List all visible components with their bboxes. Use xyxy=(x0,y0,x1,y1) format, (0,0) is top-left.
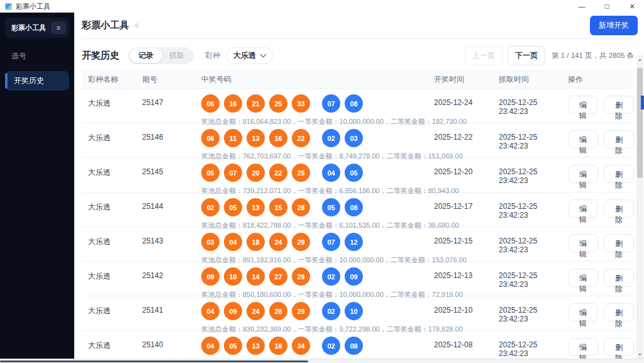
edit-button[interactable]: 编辑 xyxy=(568,165,598,183)
front-ball: 24 xyxy=(269,233,287,251)
delete-button[interactable]: 删除 xyxy=(604,96,634,114)
col-fetch-time: 抓取时间 xyxy=(499,74,568,85)
winning-numbers: 06162125330708 xyxy=(201,94,434,113)
col-issue: 期号 xyxy=(142,74,201,85)
front-ball: 33 xyxy=(292,94,310,113)
delete-button[interactable]: 删除 xyxy=(604,234,634,252)
prize-amounts: 奖池总金额：850,180,600.00，一等奖金额：10,000,000.00… xyxy=(201,290,434,299)
table-row: 大乐透2514706162125330708奖池总金额：816,064,823.… xyxy=(82,89,634,123)
back-ball: 12 xyxy=(345,233,363,251)
back-ball: 09 xyxy=(345,267,363,286)
edit-button[interactable]: 编辑 xyxy=(568,269,598,287)
clipped-floating-element xyxy=(641,96,644,109)
table-row: 大乐透2514606111316220203奖池总金额：762,703,697.… xyxy=(82,123,634,158)
col-winning-numbers: 中奖号码 xyxy=(201,74,434,85)
back-ball: 05 xyxy=(345,164,363,182)
draw-time-cell: 2025-12-24 xyxy=(434,94,499,126)
lottery-name-cell: 大乐透 xyxy=(88,128,142,161)
delete-button[interactable]: 删除 xyxy=(604,165,634,183)
front-ball: 28 xyxy=(292,198,310,216)
front-ball: 03 xyxy=(201,233,219,251)
minimize-icon[interactable]: — xyxy=(577,2,586,11)
winning-numbers: 04051318340208 xyxy=(201,337,434,355)
numbers-cell: 04092428290210奖池总金额：830,232,369.00，一等奖金额… xyxy=(201,301,434,334)
numbers-cell: 05072022250405奖池总金额：739,212,071.00，一等奖金额… xyxy=(201,163,434,196)
delete-button[interactable]: 删除 xyxy=(604,199,634,218)
next-page-button[interactable]: 下一页 xyxy=(508,46,545,65)
edit-button[interactable]: 编辑 xyxy=(568,199,598,218)
numbers-cell: 03041824290712奖池总金额：891,182,916.00，一等奖金额… xyxy=(201,232,434,265)
winning-numbers: 04092428290210 xyxy=(201,302,434,320)
back-ball: 08 xyxy=(345,198,363,216)
horizontal-scrollbar-thumb[interactable] xyxy=(0,360,308,362)
prize-amounts: 奖池总金额：762,703,697.00，一等奖金额：8,749,278.00，… xyxy=(201,152,434,161)
front-ball: 11 xyxy=(224,129,242,147)
sidebar-item-draw-history[interactable]: 开奖历史 xyxy=(5,71,69,91)
front-ball: 25 xyxy=(292,164,310,182)
prev-page-button[interactable]: 上一页 xyxy=(465,46,502,65)
lottery-name-cell: 大乐透 xyxy=(88,163,142,196)
lottery-type-value: 大乐透 xyxy=(233,50,256,61)
horizontal-scrollbar[interactable] xyxy=(0,359,644,363)
chevron-down-icon xyxy=(260,51,267,57)
delete-button[interactable]: 删除 xyxy=(604,303,634,321)
front-ball: 16 xyxy=(224,94,242,113)
issue-cell: 25147 xyxy=(142,94,201,126)
app-icon xyxy=(5,3,12,10)
back-ball: 02 xyxy=(322,267,340,286)
table-row: 大乐透2514303041824290712奖池总金额：891,182,916.… xyxy=(82,227,634,262)
sidebar-item-number-picker[interactable]: 选号 xyxy=(5,47,69,66)
lottery-name-cell: 大乐透 xyxy=(88,198,142,230)
edit-button[interactable]: 编辑 xyxy=(568,234,598,252)
fetch-time-cell: 2025-12-25 23:42:23 xyxy=(499,163,568,196)
front-ball: 29 xyxy=(292,302,310,320)
edit-button[interactable]: 编辑 xyxy=(568,338,598,356)
front-ball: 27 xyxy=(269,267,287,286)
delete-button[interactable]: 删除 xyxy=(604,269,634,287)
numbers-cell: 06111316220203奖池总金额：762,703,697.00，一等奖金额… xyxy=(201,128,434,161)
back-ball: 08 xyxy=(345,94,363,113)
fetch-time-cell: 2025-12-25 23:42:23 xyxy=(499,267,568,299)
menu-icon[interactable]: ≡ xyxy=(51,21,66,34)
front-ball: 14 xyxy=(247,267,265,286)
front-ball: 06 xyxy=(201,129,219,147)
front-ball: 15 xyxy=(269,198,287,216)
front-ball: 04 xyxy=(201,337,219,355)
actions-cell: 编辑删除 xyxy=(568,232,634,265)
edit-button[interactable]: 编辑 xyxy=(568,130,598,148)
actions-cell: 编辑删除 xyxy=(568,198,634,230)
front-ball: 18 xyxy=(247,233,265,251)
scroll-down-icon[interactable]: ▼ xyxy=(636,352,643,357)
tab-records[interactable]: 记录 xyxy=(130,48,162,63)
col-draw-time: 开奖时间 xyxy=(434,74,499,85)
actions-cell: 编辑删除 xyxy=(568,301,634,334)
issue-cell: 25142 xyxy=(142,267,201,299)
table-body: 大乐透2514706162125330708奖池总金额：816,064,823.… xyxy=(82,89,634,363)
back-ball: 10 xyxy=(345,302,363,320)
front-ball: 13 xyxy=(247,129,265,147)
front-ball: 22 xyxy=(292,129,310,147)
edit-button[interactable]: 编辑 xyxy=(568,96,598,114)
window-titlebar: 彩票小工具 — ▢ ✕ xyxy=(0,0,644,13)
actions-cell: 编辑删除 xyxy=(568,163,634,196)
numbers-cell: 02051315280508奖池总金额：818,422,788.00，一等奖金额… xyxy=(201,198,434,230)
lottery-type-select[interactable]: 大乐透 xyxy=(226,47,273,64)
close-icon[interactable]: ✕ xyxy=(628,2,636,11)
table-row: 大乐透2514104092428290210奖池总金额：830,232,369.… xyxy=(82,296,634,331)
new-draw-button[interactable]: 新增开奖 xyxy=(590,16,638,35)
status-dot-icon xyxy=(135,23,139,28)
lottery-name-cell: 大乐透 xyxy=(88,232,142,265)
front-ball: 25 xyxy=(269,94,287,113)
issue-cell: 25144 xyxy=(142,198,201,230)
vertical-scrollbar-thumb[interactable] xyxy=(637,68,643,178)
scroll-up-icon[interactable]: ▲ xyxy=(636,57,643,62)
maximize-icon[interactable]: ▢ xyxy=(602,2,611,11)
delete-button[interactable]: 删除 xyxy=(604,338,634,356)
winning-numbers: 06111316220203 xyxy=(201,129,434,147)
tab-fetch[interactable]: 抓取 xyxy=(162,48,192,63)
numbers-cell: 09101427290209奖池总金额：850,180,600.00，一等奖金额… xyxy=(201,267,434,299)
edit-button[interactable]: 编辑 xyxy=(568,303,598,321)
sidebar: 彩票小工具 ≡ 选号 开奖历史 xyxy=(0,13,74,359)
fetch-time-cell: 2025-12-25 23:42:23 xyxy=(499,232,568,265)
delete-button[interactable]: 删除 xyxy=(604,130,634,148)
